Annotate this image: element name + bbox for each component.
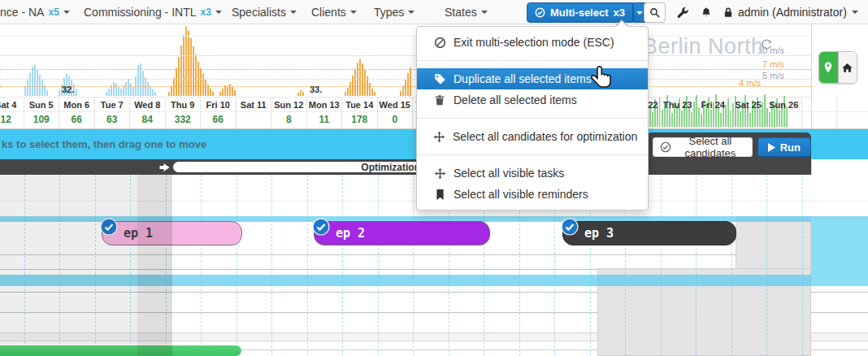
wind-bar xyxy=(234,90,236,96)
multi-select-split-button: Multi-select x3 xyxy=(527,2,647,23)
day-gridline xyxy=(696,175,697,356)
chevron-down-icon xyxy=(852,11,858,14)
day-column[interactable]: Tue 14178 xyxy=(342,98,378,128)
gridline-label-7ms: 7 m/s xyxy=(736,59,784,69)
wind-bar xyxy=(152,89,154,96)
day-task-count: 63 xyxy=(95,114,130,125)
day-gridline xyxy=(378,175,379,356)
check-circle-icon xyxy=(535,7,545,18)
day-column[interactable]: Sat 11 xyxy=(237,98,272,128)
top-nav: nce - NAx5Commissioning - INTLx3Speciali… xyxy=(0,0,868,24)
wind-threshold-line xyxy=(0,86,811,87)
chevron-down-icon xyxy=(290,11,297,14)
day-column[interactable]: Wed 150 xyxy=(378,98,414,128)
day-column[interactable]: Mon 666 xyxy=(59,98,95,128)
chevron-down-icon xyxy=(408,11,414,14)
menu-item-delete-selected[interactable]: Delete all selected items xyxy=(417,89,648,111)
day-label: Fri 24 xyxy=(696,100,731,110)
wind-bar xyxy=(154,92,156,96)
wind-bar xyxy=(222,89,224,96)
refresh-icon[interactable] xyxy=(760,39,773,52)
nav-item-clients[interactable]: Clients xyxy=(311,0,357,24)
day-gridline xyxy=(661,175,662,356)
location-title: Berlin North xyxy=(643,34,764,59)
day-column[interactable]: Fri 24 xyxy=(696,98,731,128)
wind-bar xyxy=(212,92,214,96)
day-label: Sun 12 xyxy=(271,100,306,110)
day-column[interactable]: Sat 25 xyxy=(731,98,767,128)
day-column[interactable]: Thu 9332 xyxy=(166,98,202,128)
day-task-count: 84 xyxy=(130,114,165,125)
nav-item-nce-na[interactable]: nce - NAx5 xyxy=(0,0,70,24)
wind-bar xyxy=(24,86,26,96)
menu-item-exit-multiselect[interactable]: Exit multi-selection mode (ESC) xyxy=(417,32,648,53)
nav-item-specialists[interactable]: Specialists xyxy=(232,0,297,24)
day-column[interactable]: Wed 884 xyxy=(130,98,166,128)
day-column[interactable]: Thu 23 xyxy=(661,98,697,128)
multi-select-label: Multi-select xyxy=(550,7,609,19)
nav-item-commissioning-intl[interactable]: Commissioning - INTLx3 xyxy=(84,0,222,24)
day-column[interactable]: Sat 412 xyxy=(0,98,24,128)
dropdown-notch xyxy=(616,21,627,27)
nav-item-types[interactable]: Types xyxy=(374,0,414,24)
run-button[interactable]: Run xyxy=(757,137,811,157)
menu-item-select-visible-reminders[interactable]: Select all visible reminders xyxy=(417,184,648,205)
day-column[interactable]: Fri 1066 xyxy=(201,98,237,128)
wind-bar xyxy=(125,82,127,96)
day-task-count: 66 xyxy=(201,114,236,125)
day-gridline xyxy=(237,175,237,356)
search-button[interactable] xyxy=(644,2,666,23)
week-number-label: 33. xyxy=(310,85,322,94)
gridline-label-4ms: 4 m/s xyxy=(712,78,761,88)
wind-bar xyxy=(168,92,170,96)
search-icon xyxy=(649,7,661,19)
day-label: Wed 15 xyxy=(378,100,413,110)
task-bar-ep-3[interactable]: ep 3 xyxy=(562,221,736,245)
wind-bar xyxy=(302,92,304,96)
select-all-candidates-button[interactable]: Select all candidates xyxy=(653,137,753,157)
bell-icon[interactable] xyxy=(701,7,712,19)
wind-bar xyxy=(374,92,375,96)
task-bar-ep-2[interactable]: ep 2 xyxy=(314,221,490,245)
day-column[interactable]: Sun 128 xyxy=(271,98,307,128)
wind-bar xyxy=(359,59,361,96)
wind-bar xyxy=(232,87,233,96)
menu-label: Select all visible tasks xyxy=(454,167,564,180)
wind-bar xyxy=(349,82,351,96)
user-menu[interactable]: admin (Administrator) xyxy=(723,0,858,24)
wind-bar xyxy=(59,90,60,96)
menu-item-duplicate-selected[interactable]: Duplicate all selected items xyxy=(417,68,648,89)
day-label: Mon 6 xyxy=(59,100,94,110)
selected-check-badge[interactable] xyxy=(561,218,579,236)
wind-bar xyxy=(200,68,202,96)
chevron-down-icon xyxy=(215,11,222,14)
wind-threshold-line xyxy=(0,69,811,70)
day-column[interactable]: Sun 5109 xyxy=(24,98,60,128)
day-gridline xyxy=(766,175,767,356)
today-column-overlay xyxy=(137,175,172,356)
horizon-arrow-icon[interactable] xyxy=(159,163,170,171)
nav-item-label: States xyxy=(445,6,477,19)
day-task-count: 178 xyxy=(342,114,377,125)
map-pin-button[interactable] xyxy=(819,52,838,83)
day-task-count: 109 xyxy=(24,114,59,125)
menu-item-select-candidates[interactable]: Select all candidates for optimization xyxy=(417,126,648,147)
home-button[interactable] xyxy=(838,52,857,83)
wind-bar xyxy=(405,80,406,96)
wind-bar xyxy=(113,82,115,96)
day-label: Tue 14 xyxy=(342,100,377,110)
menu-item-select-visible-tasks[interactable]: Select all visible tasks xyxy=(417,163,648,184)
menu-label: Delete all selected items xyxy=(454,93,577,106)
day-gridline xyxy=(307,175,308,356)
day-column[interactable]: Tue 763 xyxy=(95,98,131,128)
run-label: Run xyxy=(780,141,801,154)
day-label: Sun 26 xyxy=(766,100,801,110)
wind-bar xyxy=(147,82,149,96)
wind-bar xyxy=(180,46,182,96)
play-icon xyxy=(768,143,775,152)
wrench-icon[interactable] xyxy=(677,7,689,19)
day-column[interactable]: Mon 1311 xyxy=(307,98,343,128)
day-column[interactable]: Sun 26 xyxy=(766,98,802,128)
nav-item-states[interactable]: States xyxy=(445,0,488,24)
selected-check-badge[interactable] xyxy=(312,218,330,236)
